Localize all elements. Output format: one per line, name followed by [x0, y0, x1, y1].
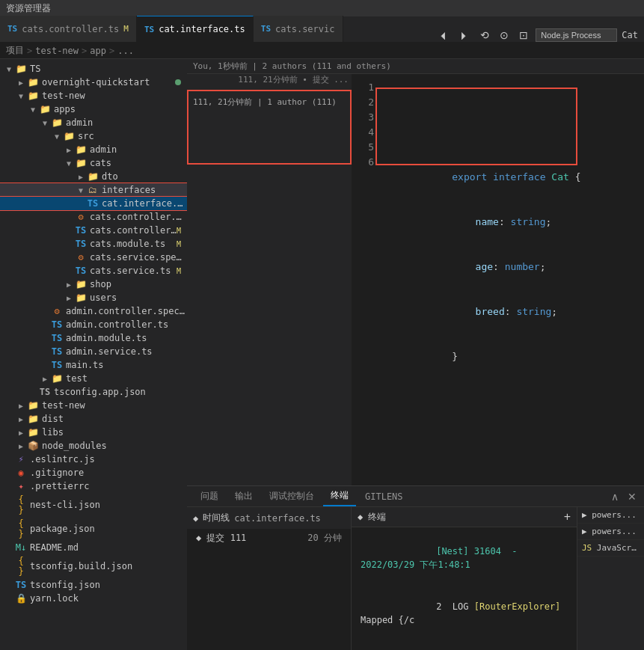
arrow-dist: ▶: [15, 415, 27, 423]
timeline-commit-item[interactable]: ◆ 提交 111 20 分钟: [187, 529, 351, 548]
sidebar-item-admin-controller[interactable]: TS admin.controller.ts: [0, 318, 187, 331]
sidebar-item-shop[interactable]: ▶ 📁 shop: [0, 278, 187, 291]
arrow-admin: ▼: [39, 119, 51, 127]
debug-btn-3[interactable]: ⊙: [497, 28, 512, 42]
debug-back-btn[interactable]: ⏴: [435, 28, 452, 42]
folder-icon-admin2: 📁: [75, 144, 87, 155]
sidebar-item-cats-module[interactable]: TS cats.module.ts M: [0, 237, 187, 251]
sidebar-item-cats-ctrl-spec[interactable]: ⚙ cats.controller.spec.ts: [0, 210, 187, 224]
breadcrumb-part-4: ...: [117, 46, 134, 56]
sidebar-item-test[interactable]: ▶ 📁 test: [0, 372, 187, 385]
spec-icon-ctrl: ⚙: [75, 212, 87, 222]
tab-cats-controller[interactable]: TS cats.controller.ts M: [0, 16, 137, 42]
sidebar-item-ts-root[interactable]: ▼ 📁 TS: [0, 62, 187, 76]
panel-chevron-up[interactable]: ∧: [610, 489, 620, 504]
debug-btn-2[interactable]: ⟲: [477, 28, 492, 42]
sidebar-item-tsconfig-app[interactable]: TS tsconfig.app.json: [0, 385, 187, 399]
sidebar-item-interfaces[interactable]: ▼ 🗂 interfaces: [0, 183, 187, 197]
sidebar-item-admin-module[interactable]: TS admin.module.ts: [0, 331, 187, 345]
sidebar-item-dist[interactable]: ▶ 📁 dist: [0, 412, 187, 426]
sidebar-label-tsconfig-app: tsconfig.app.json: [54, 387, 187, 397]
sidebar-label-gitignore: .gitignore: [30, 467, 187, 478]
breadcrumb-part-1[interactable]: 项目: [6, 44, 24, 57]
sidebar-item-tsconfig-json[interactable]: TS tsconfig.json: [0, 578, 187, 592]
ts-icon-active: TS: [144, 25, 154, 34]
code-highlight-box: [375, 88, 577, 165]
badge-cats-module: M: [177, 240, 181, 248]
sidebar-label-test-new2: test-new: [42, 400, 187, 411]
panel-controls: ∧ ✕: [610, 489, 638, 504]
sidebar-item-cats-controller[interactable]: TS cats.controller.ts M: [0, 224, 187, 237]
tab-label-cat-interface: cat.interface.ts: [159, 24, 245, 34]
sidebar-label-admin: admin: [66, 117, 187, 128]
blame-line-2: 111, 21分钟前 | 1 author (111): [187, 95, 352, 110]
ts-icon-cats-module: TS: [75, 239, 87, 249]
sidebar-item-libs[interactable]: ▶ 📁 libs: [0, 426, 187, 439]
arrow-test-new: ▼: [15, 92, 27, 100]
tab-cats-service[interactable]: TS cats.servic: [254, 16, 343, 42]
terminal-add-btn[interactable]: +: [564, 510, 571, 524]
breadcrumb-part-3[interactable]: app: [90, 46, 106, 56]
sidebar-item-cat-interface-ts[interactable]: TS cat.interface.ts: [0, 197, 187, 210]
json-icon-pkg: { }: [15, 518, 27, 539]
prettier-icon: ✦: [15, 481, 27, 491]
sidebar-item-overnight[interactable]: ▶ 📁 overnight-quickstart: [0, 76, 187, 89]
sidebar-item-gitignore[interactable]: ◉ .gitignore: [0, 466, 187, 479]
panel-tab-issues[interactable]: 问题: [193, 487, 226, 506]
panel-close-btn[interactable]: ✕: [626, 489, 638, 504]
sidebar-item-test-new[interactable]: ▼ 📁 test-new: [0, 89, 187, 102]
right-panel-item-2[interactable]: ▶ powers...: [577, 524, 644, 540]
terminal-header-bar: ◆ 终端 +: [352, 507, 577, 527]
json-icon-nest: { }: [15, 494, 27, 515]
folder-icon-overnight: 📁: [27, 77, 39, 88]
debug-btn-4[interactable]: ⊡: [516, 28, 531, 42]
panel-tab-terminal[interactable]: 终端: [323, 486, 356, 506]
sidebar-item-main-ts[interactable]: TS main.ts: [0, 358, 187, 372]
right-panel-item-1[interactable]: ▶ powers...: [577, 507, 644, 524]
sidebar-item-eslintrc[interactable]: ⚡ .eslintrc.js: [0, 453, 187, 466]
panel-tab-output[interactable]: 输出: [227, 487, 260, 506]
arrow-apps: ▼: [27, 105, 39, 114]
right-panel-item-3[interactable]: JS JavaScri...: [577, 540, 644, 557]
sidebar-item-cats-svc-spec[interactable]: ⚙ cats.service.spec.ts: [0, 251, 187, 264]
folder-icon-node-modules: 📦: [27, 441, 39, 451]
blame-column: 111, 21分钟前 | 1 author (111) 111, 21分钟前 •…: [187, 74, 352, 485]
sidebar-label-tsconfig-json: tsconfig.json: [30, 580, 187, 590]
tab-cat-interface[interactable]: TS cat.interface.ts: [137, 16, 254, 42]
sidebar-item-tsconfig-build[interactable]: { } tsconfig.build.json: [0, 554, 187, 578]
sidebar-item-admin2[interactable]: ▶ 📁 admin: [0, 143, 187, 156]
folder-icon-admin: 📁: [51, 117, 63, 128]
line-num-2: 2: [352, 95, 381, 110]
panel-tab-debug[interactable]: 调试控制台: [262, 487, 322, 506]
sidebar-item-apps[interactable]: ▼ 📁 apps: [0, 102, 187, 116]
debug-forward-btn[interactable]: ⏵: [456, 28, 473, 42]
sidebar-item-readme[interactable]: M↓ README.md: [0, 541, 187, 554]
timeline-header: ◆ 时间线 cat.interface.ts: [187, 507, 351, 529]
sidebar-item-admin[interactable]: ▼ 📁 admin: [0, 116, 187, 129]
process-selector[interactable]: Node.js Process: [536, 28, 617, 42]
sidebar-item-node-modules[interactable]: ▶ 📦 node_modules: [0, 439, 187, 453]
sidebar-item-admin-ctrl-spec[interactable]: ⚙ admin.controller.spec.ts: [0, 304, 187, 318]
sidebar-label-readme: README.md: [30, 542, 187, 553]
sidebar-item-prettierrc[interactable]: ✦ .prettierrc: [0, 479, 187, 493]
sidebar-label-admin-service: admin.service.ts: [66, 346, 187, 357]
panel-tab-gitlens[interactable]: GITLENS: [358, 488, 411, 505]
breadcrumb-part-2[interactable]: test-new: [35, 46, 79, 56]
sidebar-item-test-new2[interactable]: ▶ 📁 test-new: [0, 399, 187, 412]
sidebar-item-cats[interactable]: ▼ 📁 cats: [0, 156, 187, 170]
sidebar-item-users[interactable]: ▶ 📁 users: [0, 291, 187, 304]
title-bar-text: 资源管理器: [6, 2, 51, 15]
sidebar-item-yarn-lock[interactable]: 🔒 yarn.lock: [0, 592, 187, 605]
sidebar-item-package-json[interactable]: { } package.json: [0, 517, 187, 541]
terminal-line-3: ats, POST} route +1ms: [352, 641, 577, 650]
sidebar-item-src[interactable]: ▼ 📁 src: [0, 129, 187, 143]
arrow-admin2: ▶: [63, 146, 75, 154]
sidebar-item-nest-cli[interactable]: { } nest-cli.json: [0, 493, 187, 517]
sidebar-item-admin-service[interactable]: TS admin.service.ts: [0, 345, 187, 358]
blame-line-3: [187, 110, 352, 125]
code-editor[interactable]: 111, 21分钟前 | 1 author (111) 111, 21分钟前 •…: [187, 74, 644, 485]
sidebar-item-dto[interactable]: ▶ 📁 dto: [0, 170, 187, 183]
tab-label-cats-controller: cats.controller.ts: [22, 24, 119, 34]
sidebar-item-cats-service[interactable]: TS cats.service.ts M: [0, 264, 187, 278]
sidebar: ▼ 📁 TS ▶ 📁 overnight-quickstart ▼ 📁 test…: [0, 59, 187, 650]
